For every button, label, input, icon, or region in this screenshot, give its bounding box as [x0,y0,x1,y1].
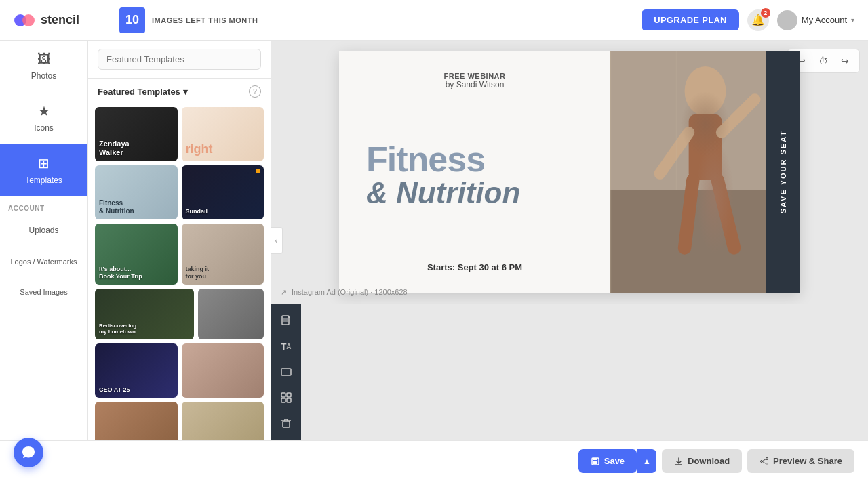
thumb-label: ZendayaWalker [99,140,174,157]
topbar-right: UPGRADE PLAN 🔔 2 My Account ▾ [642,9,854,31]
svg-point-1 [22,14,35,26]
sidebar-item-templates-label: Templates [25,175,62,185]
topbar: stencil 10 IMAGES LEFT THIS MONTH UPGRAD… [0,0,868,41]
featured-templates-label: Featured Templates [98,87,180,97]
svg-point-31 [766,463,768,465]
images-left-label: IMAGES LEFT THIS MONTH [152,16,258,24]
notif-badge: 2 [761,8,770,18]
canvas-area: ‹ ↩ ⏱ ↪ FREE WEBINAR by Sandi Witson Fit… [271,41,868,440]
canvas-starts: Starts: Sept 30 at 6 PM [366,262,583,272]
grid-icon [280,392,292,404]
template-panel-subheader: Featured Templates ▾ ? [88,79,271,104]
saved-label: Saved Images [20,288,67,296]
sidebar-item-icons[interactable]: ★ Icons [0,92,87,144]
canvas-left: FREE WEBINAR by Sandi Witson Fitness & N… [339,51,610,293]
upgrade-plan-button[interactable]: UPGRADE PLAN [642,9,739,30]
sidebar-item-saved[interactable]: Saved Images [0,277,87,308]
sidebar-item-templates[interactable]: ⊞ Templates [0,144,87,196]
canvas-title-sub: & Nutrition [366,177,583,209]
svg-point-29 [766,457,768,459]
grid-tool-button[interactable] [276,388,296,408]
collapse-panel-tab[interactable]: ‹ [271,227,283,254]
template-thumb-ceo[interactable]: CEO AT 25 [95,343,178,398]
sidebar: 🖼 Photos ★ Icons ⊞ Templates ACCOUNT Upl… [0,41,88,440]
canvas-title-block: Fitness & Nutrition [366,142,583,209]
preview-share-button[interactable]: Preview & Share [747,449,854,473]
shape-tool-button[interactable] [276,362,296,382]
logo-text: stencil [41,13,79,27]
account-avatar [777,10,797,30]
icons-icon: ★ [38,103,50,119]
template-panel: Featured Templates ▾ ? ZendayaWalker rig… [88,41,271,440]
template-thumb-family[interactable]: Gather for the whole family... [182,402,264,440]
images-count: 10 [119,7,145,33]
template-thumb-rediscovering[interactable]: Rediscoveringmy hometown [95,289,194,339]
sidebar-item-uploads[interactable]: Uploads [0,215,87,247]
notifications-icon[interactable]: 🔔 2 [747,9,769,31]
featured-chevron-icon: ▾ [183,87,188,97]
canvas-expand-icon[interactable]: ↗ [281,288,287,296]
thumb-label: taking itfor you [186,266,260,280]
canvas-container[interactable]: FREE WEBINAR by Sandi Witson Fitness & N… [339,51,800,293]
thumb-label: Fitness& Nutrition [99,199,174,215]
main-layout: 🖼 Photos ★ Icons ⊞ Templates ACCOUNT Upl… [0,41,868,440]
chat-bubble-button[interactable] [14,438,43,467]
svg-line-33 [763,461,766,463]
help-icon[interactable]: ? [249,85,261,98]
share-icon [760,457,769,466]
template-row: ZendayaWalker right [95,107,264,161]
template-thumb-fitness[interactable]: Fitness& Nutrition [95,165,178,219]
template-thumb-woman[interactable] [182,343,264,398]
save-button[interactable]: Save [578,449,637,473]
template-thumb-zendaya[interactable]: ZendayaWalker [95,107,178,161]
account-label: My Account [802,15,847,25]
template-row: Gather for the whole family... [95,402,264,440]
template-grid: ZendayaWalker right Fitness& Nutrition S… [88,104,271,440]
template-thumb-bright[interactable]: right [182,107,264,161]
template-row: Fitness& Nutrition Sundail [95,165,264,219]
text-tool-button[interactable]: TA [276,336,296,356]
svg-rect-19 [287,398,291,402]
templates-icon: ⊞ [38,155,50,171]
template-thumb-sundail[interactable]: Sundail [182,165,264,219]
canvas-format-label: Instagram Ad (Original) [292,288,368,296]
svg-rect-20 [283,421,290,427]
svg-rect-15 [281,369,291,375]
template-thumb-making[interactable]: taking itfor you [182,224,264,285]
svg-rect-12 [282,316,289,325]
template-thumb-small[interactable] [198,289,264,339]
file-icon [280,314,292,327]
download-icon [674,457,684,466]
trash-tool-button[interactable] [276,413,296,434]
svg-rect-5 [689,114,722,180]
thumb-label: Sundail [186,208,260,215]
svg-line-32 [763,459,766,461]
sidebar-item-photos[interactable]: 🖼 Photos [0,41,87,92]
file-tool-button[interactable] [276,310,296,331]
save-button-group: Save ▲ [578,449,656,473]
sidebar-item-logos[interactable]: Logos / Watermarks [0,247,87,277]
canvas-dimensions: 1200x628 [374,288,407,296]
template-search-input[interactable] [98,49,261,70]
sidebar-item-icons-label: Icons [34,123,54,133]
thumb-label: Rediscoveringmy hometown [99,322,190,335]
logos-label: Logos / Watermarks [10,257,77,266]
download-button[interactable]: Download [662,449,742,473]
svg-line-9 [717,180,734,248]
featured-templates-dropdown[interactable]: Featured Templates ▾ [98,87,188,97]
chat-icon [21,445,36,460]
svg-point-4 [685,66,726,116]
right-tools: TA [271,304,301,440]
svg-rect-18 [281,398,285,402]
template-row: CEO AT 25 [95,343,264,398]
account-section-label: ACCOUNT [0,196,87,215]
save-seat-text: SAVE YOUR SEAT [779,130,787,213]
template-thumb-woman2[interactable] [95,402,178,440]
photos-icon: 🖼 [37,51,51,67]
trash-icon [280,417,292,430]
account-button[interactable]: My Account ▾ [777,10,854,30]
thumb-dot [256,169,260,173]
template-thumb-journey[interactable]: It's about...Book Your Trip [95,224,178,285]
save-dropdown-button[interactable]: ▲ [637,449,656,473]
sidebar-item-photos-label: Photos [31,71,56,81]
